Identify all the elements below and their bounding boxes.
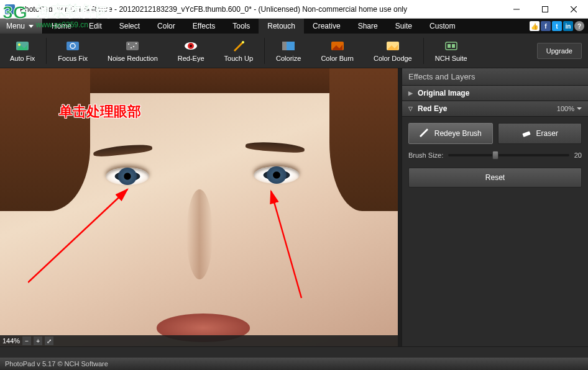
section-original-image[interactable]: ▶ Original Image bbox=[402, 86, 588, 101]
tool-label: Colorize bbox=[276, 55, 301, 62]
image-canvas[interactable]: 单击处理眼部 bbox=[0, 68, 398, 346]
help-icon[interactable]: ? bbox=[574, 21, 584, 31]
svg-line-29 bbox=[271, 191, 301, 298]
window-titlebar: PhotoPad by NCH Software - 2012021218323… bbox=[0, 0, 588, 19]
redeye-brush-label: Redeye Brush bbox=[434, 129, 482, 138]
facebook-icon[interactable]: f bbox=[541, 21, 551, 31]
zoom-in-button[interactable]: + bbox=[34, 336, 42, 345]
chevron-right-icon: ▶ bbox=[408, 90, 413, 96]
svg-rect-11 bbox=[126, 42, 139, 50]
main-menu-label: Menu bbox=[6, 22, 25, 30]
tab-suite[interactable]: Suite bbox=[387, 19, 421, 34]
section-red-eye[interactable]: ▽ Red Eye 100% bbox=[402, 101, 588, 117]
tab-effects[interactable]: Effects bbox=[184, 19, 224, 34]
slider-thumb[interactable] bbox=[492, 151, 498, 160]
linkedin-icon[interactable]: in bbox=[563, 21, 573, 31]
colorburn-icon bbox=[330, 40, 345, 52]
ribbon-toolbar: Auto FixFocus FixNoise ReductionRed-EyeT… bbox=[0, 34, 588, 68]
tool-label: Touch Up bbox=[224, 55, 253, 62]
tab-tools[interactable]: Tools bbox=[224, 19, 259, 34]
svg-rect-26 bbox=[448, 44, 451, 48]
main-menu-dropdown[interactable]: Menu bbox=[0, 19, 43, 34]
window-minimize-button[interactable] bbox=[502, 0, 531, 18]
zoom-fit-button[interactable]: ⤢ bbox=[45, 336, 53, 345]
horizontal-scrollbar[interactable] bbox=[0, 346, 588, 358]
tool-label: Red-Eye bbox=[178, 55, 204, 62]
twitter-icon[interactable]: t bbox=[552, 21, 562, 31]
redeye-icon bbox=[183, 40, 198, 52]
status-text: PhotoPad v 5.17 © NCH Software bbox=[5, 360, 108, 368]
layer-opacity[interactable]: 100% bbox=[557, 105, 582, 112]
svg-rect-30 bbox=[522, 131, 530, 137]
brush-size-slider[interactable] bbox=[448, 154, 569, 156]
tool-label: Color Burn bbox=[321, 55, 354, 62]
svg-point-15 bbox=[131, 47, 132, 48]
menu-bar: Menu HomeEditSelectColorEffectsToolsReto… bbox=[0, 19, 588, 34]
redeye-panel-body: Redeye Brush Eraser Brush Size: 20 Reset bbox=[402, 117, 588, 194]
redeye-button[interactable]: Red-Eye bbox=[168, 34, 214, 68]
reset-button[interactable]: Reset bbox=[408, 168, 582, 187]
focusfix-button[interactable]: Focus Fix bbox=[48, 34, 98, 68]
svg-point-12 bbox=[128, 43, 129, 45]
eraser-label: Eraser bbox=[536, 129, 558, 138]
svg-rect-27 bbox=[452, 44, 455, 48]
svg-point-14 bbox=[136, 43, 137, 44]
tool-label: NCH Suite bbox=[435, 55, 467, 62]
nchsuite-button[interactable]: NCH Suite bbox=[425, 34, 477, 68]
tab-edit[interactable]: Edit bbox=[80, 19, 111, 34]
zoom-value: 144% bbox=[2, 337, 20, 345]
colorize-button[interactable]: Colorize bbox=[266, 34, 311, 68]
tab-retouch[interactable]: Retouch bbox=[259, 19, 304, 34]
tab-home[interactable]: Home bbox=[43, 19, 80, 34]
tab-share[interactable]: Share bbox=[349, 19, 387, 34]
redeye-brush-button[interactable]: Redeye Brush bbox=[408, 123, 493, 144]
section-redeye-label: Red Eye bbox=[418, 104, 447, 113]
annotation-arrow-left bbox=[28, 183, 140, 295]
tab-custom[interactable]: Custom bbox=[421, 19, 464, 34]
svg-point-18 bbox=[190, 45, 192, 47]
brush-icon bbox=[420, 129, 430, 138]
canvas-area[interactable]: 单击处理眼部 144% − + ⤢ bbox=[0, 68, 402, 346]
like-icon[interactable]: 👍 bbox=[530, 21, 540, 31]
tab-creative[interactable]: Creative bbox=[304, 19, 349, 34]
tab-color[interactable]: Color bbox=[149, 19, 184, 34]
app-icon bbox=[5, 4, 15, 14]
svg-point-19 bbox=[242, 41, 244, 43]
window-title: PhotoPad by NCH Software - 2012021218323… bbox=[20, 5, 502, 14]
colordodge-icon bbox=[385, 40, 400, 52]
colorize-icon bbox=[281, 40, 296, 52]
tool-label: Focus Fix bbox=[58, 55, 88, 62]
upgrade-button[interactable]: Upgrade bbox=[537, 43, 582, 59]
zoom-out-button[interactable]: − bbox=[22, 336, 31, 345]
brush-size-label: Brush Size: bbox=[408, 151, 443, 159]
colorburn-button[interactable]: Color Burn bbox=[311, 34, 364, 68]
autofix-button[interactable]: Auto Fix bbox=[0, 34, 45, 68]
status-bar: PhotoPad v 5.17 © NCH Software bbox=[0, 358, 588, 370]
eraser-button[interactable]: Eraser bbox=[498, 123, 582, 144]
section-original-label: Original Image bbox=[418, 89, 469, 97]
svg-rect-9 bbox=[67, 42, 79, 50]
effects-layers-panel: Effects and Layers ▶ Original Image ▽ Re… bbox=[402, 68, 588, 346]
noise-button[interactable]: Noise Reduction bbox=[98, 34, 168, 68]
annotation-text: 单击处理眼部 bbox=[59, 102, 141, 121]
svg-rect-22 bbox=[287, 42, 295, 50]
touchup-icon bbox=[231, 40, 246, 52]
tab-select[interactable]: Select bbox=[111, 19, 149, 34]
svg-rect-4 bbox=[543, 6, 548, 12]
tool-label: Color Dodge bbox=[374, 55, 412, 62]
colordodge-button[interactable]: Color Dodge bbox=[364, 34, 422, 68]
nchsuite-icon bbox=[444, 40, 459, 52]
window-maximize-button[interactable] bbox=[531, 0, 559, 18]
svg-point-13 bbox=[133, 46, 134, 47]
toolbar-separator bbox=[264, 38, 265, 64]
svg-rect-21 bbox=[282, 42, 287, 50]
tool-label: Noise Reduction bbox=[108, 55, 158, 62]
eraser-icon bbox=[521, 129, 531, 138]
window-close-button[interactable] bbox=[559, 0, 588, 18]
svg-rect-25 bbox=[446, 42, 457, 50]
svg-point-8 bbox=[18, 43, 21, 46]
annotation-arrow-right bbox=[267, 186, 323, 304]
noise-icon bbox=[125, 40, 140, 52]
touchup-button[interactable]: Touch Up bbox=[214, 34, 263, 68]
focusfix-icon bbox=[65, 40, 80, 52]
